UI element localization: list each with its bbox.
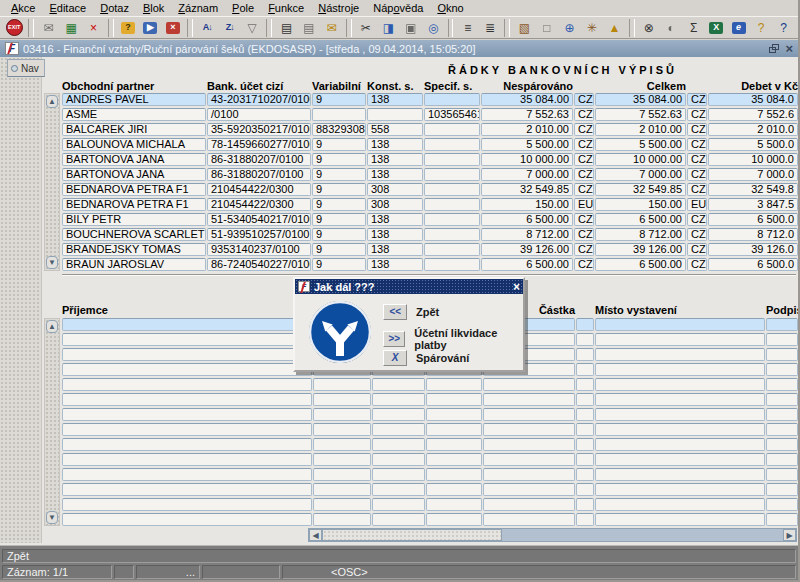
cell-partner[interactable]: BRAUN JAROSLAV	[62, 258, 206, 271]
cell-prijemce[interactable]	[62, 408, 312, 421]
cell-variabilni[interactable]: 9	[312, 153, 366, 166]
scroll-up-icon[interactable]: ▲	[46, 95, 58, 108]
cell-mena-1[interactable]: CZK	[574, 138, 594, 151]
bank-table-row[interactable]: ANDRES PAVEL 43-2031710207/0100 9 138 35…	[62, 93, 798, 106]
help-icon[interactable]: ?	[772, 18, 794, 38]
cell-mena[interactable]	[576, 408, 594, 421]
execute-query-icon[interactable]: ▶	[139, 18, 161, 38]
wizard-help-icon[interactable]: ?	[750, 18, 772, 38]
cell-mena-1[interactable]: CZK	[574, 228, 594, 241]
scroll-right-icon[interactable]: ▶	[783, 529, 796, 541]
cell-prijemce[interactable]	[62, 333, 312, 346]
cell-podpis[interactable]	[766, 513, 798, 526]
cell-nesparovano[interactable]: 32 549.85	[481, 183, 573, 196]
seky-table-row[interactable]	[62, 483, 798, 496]
cell-prijemce[interactable]	[62, 438, 312, 451]
cell-podpis[interactable]	[766, 453, 798, 466]
cell-debet[interactable]: 2 010.0	[708, 123, 798, 136]
cell-specif[interactable]	[424, 168, 480, 181]
seky-table-scrollbar[interactable]: ▲ ▼	[44, 318, 60, 526]
cell-mena[interactable]	[576, 423, 594, 436]
scroll-left-icon[interactable]: ◀	[309, 529, 322, 541]
cell-nesparovano[interactable]: 6 500.00	[481, 213, 573, 226]
cell-nesparovano[interactable]: 2 010.00	[481, 123, 573, 136]
copy-icon[interactable]: ▣	[400, 18, 422, 38]
cell-misto[interactable]	[595, 453, 765, 466]
cell-account[interactable]: 78-1459660277/0100	[207, 138, 311, 151]
cell-podpis[interactable]	[766, 318, 798, 331]
cell-castka[interactable]	[483, 378, 575, 391]
bank-table-row[interactable]: BRANDEJSKY TOMAS 9353140237/0100 9 138 3…	[62, 243, 798, 256]
menu-akce[interactable]: Akce	[4, 1, 42, 15]
sort-ascending-icon[interactable]: A↓	[196, 18, 218, 38]
menu-nastroje[interactable]: Nástroje	[311, 1, 366, 15]
cell-debet[interactable]: 3 847.5	[708, 198, 798, 211]
cell-konst[interactable]: 558	[367, 123, 423, 136]
cell-castka[interactable]	[483, 483, 575, 496]
cell-debet[interactable]: 6 500.0	[708, 258, 798, 271]
cell-misto[interactable]	[595, 333, 765, 346]
cell-mena[interactable]	[576, 378, 594, 391]
cell-specif[interactable]	[424, 153, 480, 166]
cell-variabilni[interactable]: 9	[312, 213, 366, 226]
bank-table-row[interactable]: BEDNAROVA PETRA F1 210454422/0300 9 308 …	[62, 198, 798, 211]
cell-mena-2[interactable]: CZK	[687, 153, 707, 166]
exit-button[interactable]: EXIT	[3, 18, 25, 38]
cell-mena-2[interactable]: CZK	[687, 183, 707, 196]
cell-variabilni[interactable]: 9	[312, 243, 366, 256]
toolbar-separator[interactable]	[108, 19, 114, 37]
cell-podpis[interactable]	[766, 423, 798, 436]
document-icon[interactable]: □	[536, 18, 558, 38]
delete-record-icon[interactable]: ×	[82, 18, 104, 38]
scroll-down-icon[interactable]: ▼	[46, 256, 58, 269]
cell-account[interactable]: 43-2031710207/0100	[207, 93, 311, 106]
cell-konst[interactable]: 138	[367, 258, 423, 271]
menu-dotaz[interactable]: Dotaz	[93, 1, 136, 15]
cell-partner[interactable]: BRANDEJSKY TOMAS	[62, 243, 206, 256]
cell-misto[interactable]	[595, 408, 765, 421]
cell-prijemce[interactable]	[62, 378, 312, 391]
cell-mena[interactable]	[576, 483, 594, 496]
save-record-icon[interactable]: ▦	[60, 18, 82, 38]
cell-prijemce[interactable]	[62, 318, 312, 331]
bank-table-row[interactable]: BALOUNOVA MICHALA 78-1459660277/0100 9 1…	[62, 138, 798, 151]
cell-mena-2[interactable]: CZK	[687, 168, 707, 181]
cell-specif[interactable]	[424, 183, 480, 196]
restore-button[interactable]	[769, 44, 779, 53]
cell-variabilni[interactable]: 9	[312, 198, 366, 211]
cell-nesparovano[interactable]: 6 500.00	[481, 258, 573, 271]
cell-celkem[interactable]: 10 000.00	[595, 153, 686, 166]
cell-prijemce[interactable]	[62, 483, 312, 496]
cell-misto[interactable]	[595, 318, 765, 331]
cell-prijemce[interactable]	[62, 363, 312, 376]
cell-debet[interactable]: 8 712.0	[708, 228, 798, 241]
scrollbar-thumb[interactable]	[322, 529, 502, 541]
excel-icon[interactable]: X	[705, 18, 727, 38]
cell-account[interactable]: 210454422/0300	[207, 198, 311, 211]
outline-list-icon[interactable]: ≡	[456, 18, 478, 38]
cell-celkem[interactable]: 35 084.00	[595, 93, 686, 106]
cell-mena-2[interactable]: CZK	[687, 108, 707, 121]
scrollbar-track[interactable]	[502, 529, 783, 541]
cell-partner[interactable]: BARTONOVA JANA	[62, 168, 206, 181]
cell-debet[interactable]: 7 552.6	[708, 108, 798, 121]
cell-mena[interactable]	[576, 513, 594, 526]
dialog-liquidation-button[interactable]: >>	[383, 331, 405, 347]
cell-podpis[interactable]	[766, 483, 798, 496]
cell-castka[interactable]	[483, 438, 575, 451]
cell-nesparovano[interactable]: 7 000.00	[481, 168, 573, 181]
cell-mena[interactable]	[576, 333, 594, 346]
cell-variabilni[interactable]: 88329308	[312, 123, 366, 136]
cell-mena[interactable]	[576, 363, 594, 376]
print-icon[interactable]: ▤	[275, 18, 297, 38]
cell-specif[interactable]	[424, 213, 480, 226]
cell-podpis[interactable]	[766, 363, 798, 376]
cell-partner[interactable]: ANDRES PAVEL	[62, 93, 206, 106]
cell-castka[interactable]	[483, 498, 575, 511]
menu-pole[interactable]: Pole	[225, 1, 261, 15]
bank-table-row[interactable]: BEDNAROVA PETRA F1 210454422/0300 9 308 …	[62, 183, 798, 196]
cell-account[interactable]: 210454422/0300	[207, 183, 311, 196]
cell-misto[interactable]	[595, 513, 765, 526]
cell-konst[interactable]: 138	[367, 213, 423, 226]
bank-table-row[interactable]: BILY PETR 51-5340540217/0100 9 138 6 500…	[62, 213, 798, 226]
